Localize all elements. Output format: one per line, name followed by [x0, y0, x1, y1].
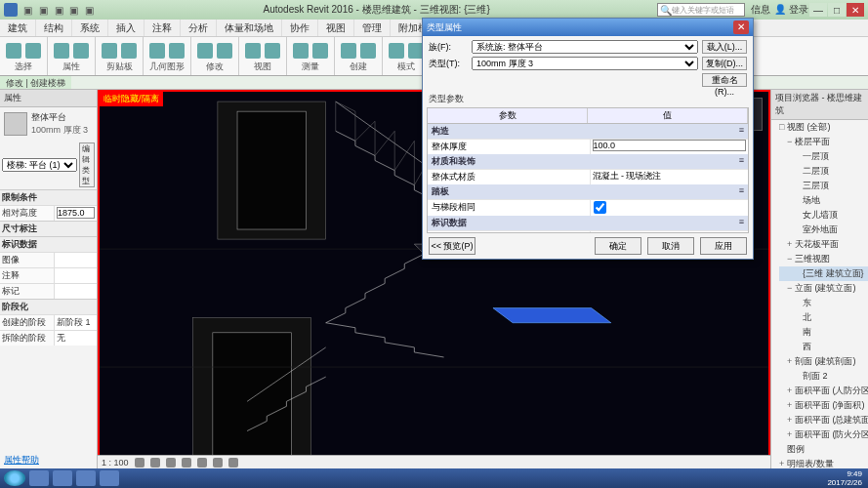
tree-twisty-icon[interactable]: +	[787, 429, 795, 439]
crop-icon[interactable]	[197, 458, 207, 468]
dialog-titlebar[interactable]: 类型属性 ✕	[423, 19, 753, 36]
ribbon-tool-icon[interactable]	[360, 43, 376, 59]
browser-tree-item[interactable]: 三层顶	[779, 179, 868, 193]
browser-tree-item[interactable]: 东	[779, 296, 868, 310]
instance-selector[interactable]: 楼梯: 平台 (1)	[2, 158, 77, 172]
v-image[interactable]	[54, 253, 97, 267]
dialog-close-button[interactable]: ✕	[733, 20, 749, 34]
ribbon-tab[interactable]: 协作	[282, 20, 318, 36]
browser-tree-item[interactable]: 女儿墙顶	[779, 208, 868, 223]
v-thickness-input[interactable]	[593, 140, 747, 151]
minimize-button[interactable]: —	[809, 3, 827, 17]
ribbon-tool-icon[interactable]	[169, 43, 185, 59]
ribbon-tool-icon[interactable]	[341, 43, 356, 59]
tree-twisty-icon[interactable]: −	[787, 254, 795, 264]
v-phase-d[interactable]: 无	[54, 331, 97, 346]
v-same-run-check[interactable]	[594, 201, 606, 214]
type-param-grid[interactable]: 参数 值 构造≡ 整体厚度 材质和装饰≡ 整体式材质混凝土 - 现场浇注 踏板≡…	[427, 107, 749, 233]
tree-twisty-icon[interactable]: +	[787, 356, 795, 366]
browser-tree-item[interactable]: 西	[779, 340, 868, 354]
ribbon-tool-icon[interactable]	[293, 43, 309, 59]
duplicate-button[interactable]: 复制(D)...	[702, 57, 747, 70]
ribbon-tool-icon[interactable]	[25, 43, 41, 59]
browser-tree-item[interactable]: {三维 建筑立面}	[779, 266, 868, 281]
ribbon-tab[interactable]: 插入	[108, 20, 145, 36]
rename-button[interactable]: 重命名(R)...	[702, 73, 747, 87]
project-browser[interactable]: 项目浏览器 - 楼思维建筑 □视图 (全部)−楼层平面一层顶二层顶三层顶场地女儿…	[770, 90, 868, 468]
taskbar-app-icon[interactable]	[100, 470, 119, 486]
ribbon-tool-icon[interactable]	[245, 43, 261, 59]
browser-tree-item[interactable]: 一层顶	[779, 149, 868, 164]
ribbon-tab[interactable]: 视图	[318, 20, 354, 36]
ribbon-tool-icon[interactable]	[389, 43, 404, 59]
family-select[interactable]: 系统族: 整体平台	[472, 40, 698, 54]
load-button[interactable]: 载入(L)...	[702, 40, 747, 54]
v-mark[interactable]	[54, 284, 97, 299]
system-clock[interactable]: 9:492017/2/26	[827, 469, 864, 487]
tree-twisty-icon[interactable]: −	[787, 137, 795, 146]
maximize-button[interactable]: □	[828, 3, 846, 17]
ribbon-tool-icon[interactable]	[102, 43, 117, 59]
tree-twisty-icon[interactable]: +	[787, 400, 795, 410]
shadows-icon[interactable]	[182, 458, 191, 468]
browser-tree-item[interactable]: −三维视图	[779, 252, 868, 266]
browser-tree-item[interactable]: +面积平面 (净面积)	[779, 398, 868, 413]
info-link[interactable]: 信息	[751, 3, 770, 17]
ribbon-tool-icon[interactable]	[197, 43, 213, 59]
edit-type-button[interactable]: 编辑类型	[79, 142, 95, 187]
taskbar-app-icon[interactable]	[53, 470, 72, 486]
sun-path-icon[interactable]	[166, 458, 176, 468]
browser-tree-item[interactable]: 北	[779, 310, 868, 325]
v-mono-mat[interactable]: 混凝土 - 现场浇注	[590, 170, 749, 184]
browser-tree-item[interactable]: 场地	[779, 193, 868, 208]
browser-tree-item[interactable]: −楼层平面	[779, 135, 868, 149]
browser-tree-item[interactable]: 图例	[779, 442, 868, 457]
tree-twisty-icon[interactable]: □	[779, 122, 787, 132]
v-note[interactable]	[54, 268, 97, 283]
v-phase-c[interactable]: 新阶段 1	[54, 315, 97, 330]
reveal-icon[interactable]	[228, 458, 238, 468]
scale-display[interactable]: 1 : 100	[102, 458, 129, 468]
qat[interactable]: ▣ ▣ ▣ ▣ ▣	[23, 5, 96, 16]
ok-button[interactable]: 确定	[595, 237, 641, 255]
ribbon-tool-icon[interactable]	[312, 43, 328, 59]
detail-level-icon[interactable]	[135, 458, 145, 468]
user-login[interactable]: 👤 登录	[774, 3, 808, 17]
browser-tree-item[interactable]: +天花板平面	[779, 237, 868, 252]
type-select[interactable]: 100mm 厚度 3	[472, 57, 698, 70]
ribbon-tool-icon[interactable]	[73, 43, 89, 59]
tree-twisty-icon[interactable]: +	[787, 386, 795, 395]
ribbon-tab[interactable]: 建筑	[0, 20, 36, 36]
v-type-image[interactable]	[590, 231, 749, 233]
browser-tree-item[interactable]: □视图 (全部)	[779, 120, 868, 135]
ribbon-tab[interactable]: 结构	[36, 20, 72, 36]
v-rel-height[interactable]	[57, 207, 95, 219]
preview-button[interactable]: << 预览(P)	[429, 237, 475, 255]
taskbar-app-icon[interactable]	[76, 470, 96, 486]
ribbon-tool-icon[interactable]	[217, 43, 232, 59]
tree-twisty-icon[interactable]: +	[779, 459, 787, 468]
ribbon-tool-icon[interactable]	[149, 43, 165, 59]
temp-hide-icon[interactable]	[213, 458, 223, 468]
browser-tree-item[interactable]: +面积平面 (总建筑面积)	[779, 413, 868, 427]
ribbon-tab[interactable]: 分析	[181, 20, 217, 36]
browser-tree-item[interactable]: −立面 (建筑立面)	[779, 281, 868, 296]
browser-tree-item[interactable]: 二层顶	[779, 164, 868, 179]
start-button[interactable]	[4, 470, 25, 486]
browser-tree-item[interactable]: 室外地面	[779, 223, 868, 237]
ribbon-tab[interactable]: 注释	[145, 20, 181, 36]
ribbon-tab[interactable]: 体量和场地	[217, 20, 282, 36]
browser-tree-item[interactable]: 剖面 2	[779, 369, 868, 384]
browser-tree-item[interactable]: +明细表/数量	[779, 457, 868, 468]
browser-tree-item[interactable]: 南	[779, 325, 868, 340]
browser-tree-item[interactable]: +剖面 (建筑剖面)	[779, 354, 868, 369]
close-button[interactable]: ✕	[847, 3, 864, 17]
ribbon-tool-icon[interactable]	[6, 43, 21, 59]
properties-help-link[interactable]: 属性帮助	[0, 452, 97, 468]
ribbon-tab[interactable]: 系统	[72, 20, 108, 36]
ribbon-tool-icon[interactable]	[265, 43, 280, 59]
tree-twisty-icon[interactable]: +	[787, 239, 795, 249]
tree-twisty-icon[interactable]: −	[787, 283, 795, 293]
tree-twisty-icon[interactable]: +	[787, 415, 795, 425]
cancel-button[interactable]: 取消	[647, 237, 694, 255]
